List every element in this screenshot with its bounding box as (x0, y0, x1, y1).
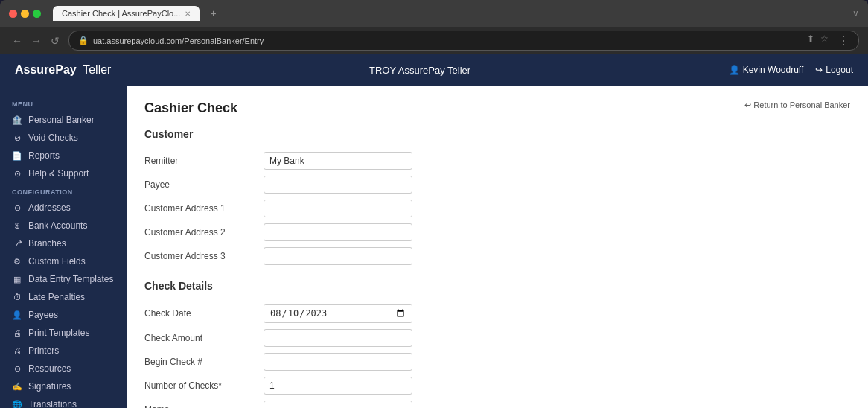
custom-fields-icon: ⚙ (12, 256, 22, 267)
app-header: AssurePay Teller TROY AssurePay Teller 👤… (0, 54, 868, 86)
sidebar-item-signatures[interactable]: ✍ Signatures (0, 377, 127, 395)
close-button[interactable] (9, 10, 17, 18)
customer-section: Customer Remitter Payee Customer Address… (144, 128, 850, 265)
num-checks-label: Number of Checks* (144, 380, 264, 391)
payee-input[interactable] (264, 176, 412, 194)
new-tab-button[interactable]: + (205, 6, 220, 21)
resources-icon: ⊙ (12, 363, 22, 374)
branches-icon: ⎇ (12, 238, 22, 249)
sidebar-label-reports: Reports (28, 150, 60, 161)
more-icon[interactable]: ⋮ (837, 34, 849, 48)
sidebar-label-addresses: Addresses (28, 203, 71, 213)
sidebar-label-resources: Resources (28, 363, 71, 374)
address-bar-row: ← → ↺ 🔒 uat.assurepaycloud.com/PersonalB… (0, 27, 868, 54)
address1-row: Customer Address 1 (144, 200, 850, 217)
sidebar-item-payees[interactable]: 👤 Payees (0, 306, 127, 324)
sidebar-item-late-penalties[interactable]: ⏱ Late Penalties (0, 288, 127, 306)
page-title: Cashier Check (144, 101, 237, 116)
num-checks-input[interactable] (264, 377, 412, 395)
address3-input[interactable] (264, 247, 412, 265)
memo-input[interactable] (264, 401, 412, 408)
app-logo: AssurePay Teller (15, 63, 111, 77)
address1-label: Customer Address 1 (144, 203, 264, 214)
sidebar-item-help[interactable]: ⊙ Help & Support (0, 165, 127, 182)
address-bar-icons: ⬆ ☆ ⋮ (807, 34, 849, 48)
void-checks-icon: ⊘ (12, 133, 22, 143)
check-details-title: Check Details (144, 280, 850, 295)
sidebar-item-data-entry-templates[interactable]: ▦ Data Entry Templates (0, 270, 127, 288)
check-date-row: Check Date (144, 304, 850, 323)
sidebar-item-translations[interactable]: 🌐 Translations (0, 395, 127, 408)
remitter-row: Remitter (144, 152, 850, 170)
reports-icon: 📄 (12, 150, 22, 161)
active-tab[interactable]: Cashier Check | AssurePayClo... ✕ (53, 6, 200, 21)
window-controls: ∨ (852, 8, 859, 19)
sidebar-label-branches: Branches (28, 238, 66, 249)
url-text: uat.assurepaycloud.com/PersonalBanker/En… (93, 36, 264, 45)
tab-close-icon[interactable]: ✕ (185, 10, 191, 18)
remitter-label: Remitter (144, 156, 264, 166)
sidebar-item-branches[interactable]: ⎇ Branches (0, 235, 127, 252)
translations-icon: 🌐 (12, 399, 22, 408)
app-body: MENU 🏦 Personal Banker ⊘ Void Checks 📄 R… (0, 86, 868, 408)
address2-input[interactable] (264, 223, 412, 241)
sidebar-label-void-checks: Void Checks (28, 133, 78, 143)
sidebar-item-reports[interactable]: 📄 Reports (0, 147, 127, 165)
sidebar-item-resources[interactable]: ⊙ Resources (0, 360, 127, 377)
share-icon[interactable]: ⬆ (807, 34, 814, 48)
begin-check-input[interactable] (264, 353, 412, 371)
user-icon: 👤 (729, 65, 740, 75)
sidebar-item-custom-fields[interactable]: ⚙ Custom Fields (0, 252, 127, 270)
sidebar-label-translations: Translations (28, 399, 77, 408)
address1-input[interactable] (264, 200, 412, 217)
return-link[interactable]: ↩ Return to Personal Banker (744, 101, 850, 110)
sidebar-item-print-templates[interactable]: 🖨 Print Templates (0, 324, 127, 342)
addresses-icon: ⊙ (12, 203, 22, 213)
print-templates-icon: 🖨 (12, 328, 22, 338)
payees-icon: 👤 (12, 310, 22, 320)
sidebar-item-addresses[interactable]: ⊙ Addresses (0, 199, 127, 217)
sidebar-label-bank-accounts: Bank Accounts (28, 220, 87, 231)
refresh-button[interactable]: ↺ (48, 34, 63, 48)
sidebar-item-printers[interactable]: 🖨 Printers (0, 342, 127, 360)
sidebar-item-personal-banker[interactable]: 🏦 Personal Banker (0, 111, 127, 129)
page-header: Cashier Check ↩ Return to Personal Banke… (144, 101, 850, 116)
remitter-input[interactable] (264, 152, 412, 170)
check-amount-row: Check Amount (144, 329, 850, 347)
sidebar-item-void-checks[interactable]: ⊘ Void Checks (0, 129, 127, 147)
sidebar: MENU 🏦 Personal Banker ⊘ Void Checks 📄 R… (0, 86, 127, 408)
logout-button[interactable]: ↪ Logout (815, 65, 853, 75)
browser-titlebar: Cashier Check | AssurePayClo... ✕ + ∨ (0, 0, 868, 27)
minimize-button[interactable] (21, 10, 29, 18)
header-right: 👤 Kevin Woodruff ↪ Logout (729, 65, 853, 75)
data-entry-icon: ▦ (12, 274, 22, 284)
address-bar[interactable]: 🔒 uat.assurepaycloud.com/PersonalBanker/… (68, 31, 859, 51)
sidebar-label-custom-fields: Custom Fields (28, 256, 86, 267)
sidebar-label-payees: Payees (28, 310, 58, 320)
payee-label: Payee (144, 179, 264, 190)
printers-icon: 🖨 (12, 345, 22, 356)
begin-check-row: Begin Check # (144, 353, 850, 371)
check-amount-label: Check Amount (144, 333, 264, 343)
sidebar-label-personal-banker: Personal Banker (28, 115, 95, 125)
back-button[interactable]: ← (9, 34, 25, 48)
address2-row: Customer Address 2 (144, 223, 850, 241)
traffic-lights (9, 10, 41, 18)
tab-title: Cashier Check | AssurePayClo... (62, 9, 180, 18)
star-icon[interactable]: ☆ (820, 34, 829, 48)
user-menu[interactable]: 👤 Kevin Woodruff (729, 65, 804, 75)
nav-buttons: ← → ↺ (9, 34, 63, 48)
check-date-input[interactable] (264, 304, 412, 323)
address2-label: Customer Address 2 (144, 227, 264, 238)
logout-label: Logout (826, 65, 853, 75)
late-penalties-icon: ⏱ (12, 292, 22, 302)
app-title: TROY AssurePay Teller (369, 65, 470, 76)
forward-button[interactable]: → (28, 34, 45, 48)
signatures-icon: ✍ (12, 381, 22, 392)
logo-assure: AssurePay (15, 63, 77, 76)
address3-label: Customer Address 3 (144, 251, 264, 261)
maximize-button[interactable] (33, 10, 41, 18)
sidebar-item-bank-accounts[interactable]: $ Bank Accounts (0, 217, 127, 235)
user-name: Kevin Woodruff (743, 65, 804, 75)
check-amount-input[interactable] (264, 329, 412, 347)
